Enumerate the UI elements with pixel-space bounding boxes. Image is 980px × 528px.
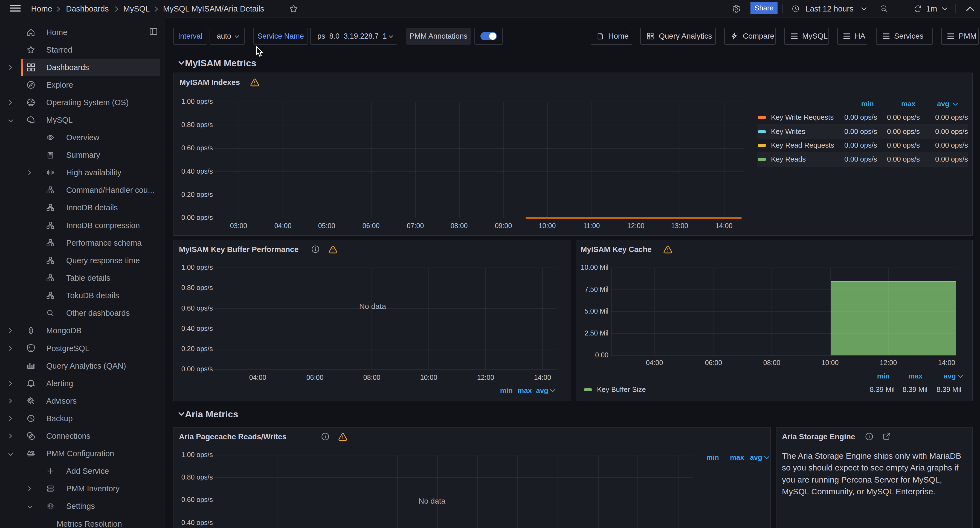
- svg-text:03:00: 03:00: [230, 222, 247, 230]
- svg-text:0.20 ops/s: 0.20 ops/s: [181, 191, 213, 198]
- svg-text:0.40 ops/s: 0.40 ops/s: [181, 167, 213, 175]
- svg-text:06:00: 06:00: [306, 373, 324, 381]
- svg-text:14:00: 14:00: [938, 359, 955, 367]
- svg-text:08:00: 08:00: [450, 222, 468, 230]
- svg-text:08:00: 08:00: [763, 359, 781, 367]
- svg-text:07:00: 07:00: [407, 222, 424, 230]
- svg-text:12:00: 12:00: [477, 373, 495, 381]
- svg-text:0.40 ops/s: 0.40 ops/s: [181, 519, 213, 526]
- svg-text:10:00: 10:00: [822, 359, 839, 367]
- svg-text:12:00: 12:00: [880, 359, 897, 367]
- svg-text:14:00: 14:00: [534, 373, 551, 381]
- svg-text:05:00: 05:00: [318, 222, 336, 230]
- svg-text:0.60 ops/s: 0.60 ops/s: [181, 144, 213, 152]
- svg-text:10:00: 10:00: [539, 222, 556, 230]
- svg-text:0.00 ops/s: 0.00 ops/s: [181, 365, 213, 373]
- svg-text:1.00 ops/s: 1.00 ops/s: [181, 97, 213, 105]
- svg-text:10.00 Mil: 10.00 Mil: [581, 263, 608, 271]
- svg-text:14:00: 14:00: [716, 222, 733, 230]
- svg-text:0.60 ops/s: 0.60 ops/s: [181, 496, 213, 503]
- svg-text:0.00 ops/s: 0.00 ops/s: [181, 214, 213, 221]
- svg-text:04:00: 04:00: [249, 373, 266, 381]
- svg-text:11:00: 11:00: [583, 222, 600, 230]
- svg-text:06:00: 06:00: [363, 222, 380, 230]
- svg-text:5.00 Mil: 5.00 Mil: [584, 307, 608, 315]
- svg-text:10:00: 10:00: [420, 373, 438, 381]
- svg-text:1.00 ops/s: 1.00 ops/s: [181, 263, 213, 271]
- svg-text:2.50 Mil: 2.50 Mil: [584, 329, 608, 337]
- svg-text:0.80 ops/s: 0.80 ops/s: [181, 473, 213, 481]
- svg-text:0.80 ops/s: 0.80 ops/s: [181, 284, 213, 291]
- svg-text:0.00: 0.00: [595, 351, 608, 359]
- svg-text:7.50 Mil: 7.50 Mil: [584, 286, 608, 293]
- svg-text:0.80 ops/s: 0.80 ops/s: [181, 121, 213, 128]
- svg-text:04:00: 04:00: [274, 222, 292, 230]
- svg-text:1.00 ops/s: 1.00 ops/s: [181, 451, 213, 458]
- svg-text:0.40 ops/s: 0.40 ops/s: [181, 324, 213, 332]
- svg-text:0.20 ops/s: 0.20 ops/s: [181, 345, 213, 353]
- svg-text:13:00: 13:00: [671, 222, 688, 230]
- svg-text:06:00: 06:00: [705, 359, 722, 367]
- svg-text:12:00: 12:00: [627, 222, 644, 230]
- svg-text:04:00: 04:00: [646, 359, 663, 367]
- svg-text:08:00: 08:00: [363, 373, 380, 381]
- svg-text:09:00: 09:00: [495, 222, 512, 230]
